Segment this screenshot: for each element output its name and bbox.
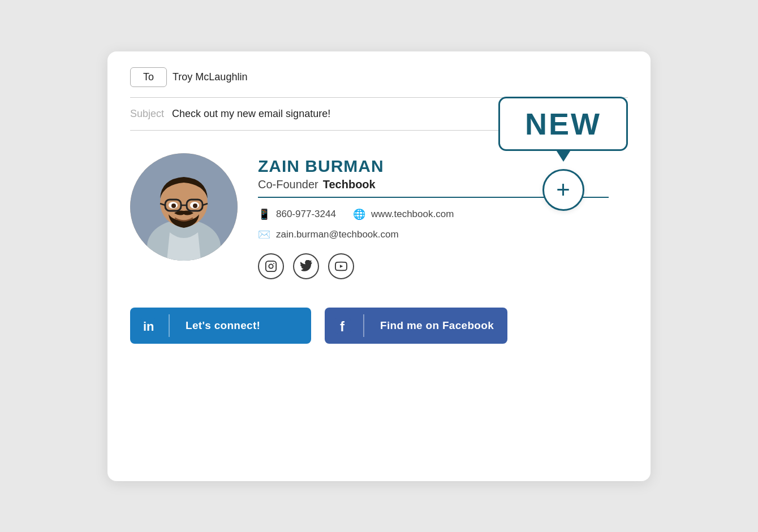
svg-marker-15 bbox=[340, 265, 343, 268]
youtube-link[interactable] bbox=[328, 253, 354, 279]
svg-point-14 bbox=[273, 263, 274, 264]
avatar-image bbox=[130, 153, 238, 261]
facebook-button[interactable]: f Find me on Facebook bbox=[325, 308, 507, 344]
subject-label: Subject bbox=[130, 108, 164, 120]
to-value: Troy McLaughlin bbox=[173, 71, 247, 83]
sig-title: Co-Founder bbox=[258, 178, 318, 191]
sig-social-row bbox=[258, 253, 628, 279]
facebook-icon: f bbox=[334, 317, 352, 335]
website-value: www.techbook.com bbox=[371, 209, 454, 220]
linkedin-icon-wrap: in bbox=[130, 308, 166, 344]
email-window: NEW + To Troy McLaughlin Subject Check o… bbox=[107, 51, 651, 481]
instagram-icon bbox=[265, 260, 277, 273]
new-badge-wrapper: NEW + bbox=[498, 97, 628, 211]
email-value: zain.burman@techbook.com bbox=[276, 229, 399, 240]
linkedin-btn-text: Let's connect! bbox=[172, 319, 274, 332]
to-label: To bbox=[130, 67, 167, 87]
sig-contact-row-2: ✉️ zain.burman@techbook.com bbox=[258, 228, 628, 241]
facebook-btn-text: Find me on Facebook bbox=[367, 319, 507, 332]
add-signature-button[interactable]: + bbox=[542, 169, 584, 211]
subject-value: Check out my new email signature! bbox=[172, 108, 330, 120]
cta-buttons-row: in Let's connect! f Find me on Facebook bbox=[107, 296, 651, 366]
sig-contacts: 📱 860-977-3244 🌐 www.techbook.com ✉️ zai… bbox=[258, 208, 628, 243]
youtube-icon bbox=[335, 260, 347, 273]
sig-email: ✉️ zain.burman@techbook.com bbox=[258, 228, 399, 241]
twitter-icon bbox=[300, 260, 312, 273]
new-badge-text: NEW bbox=[525, 107, 601, 141]
twitter-link[interactable] bbox=[293, 253, 319, 279]
sig-phone: 📱 860-977-3244 bbox=[258, 208, 336, 220]
svg-point-13 bbox=[269, 264, 273, 268]
sig-company: Techbook bbox=[323, 178, 376, 191]
to-row: To Troy McLaughlin bbox=[130, 67, 628, 87]
sig-website: 🌐 www.techbook.com bbox=[353, 208, 454, 220]
phone-value: 860-977-3244 bbox=[276, 209, 336, 220]
linkedin-button[interactable]: in Let's connect! bbox=[130, 308, 311, 344]
linkedin-btn-divider bbox=[169, 314, 170, 337]
instagram-link[interactable] bbox=[258, 253, 284, 279]
svg-point-10 bbox=[171, 204, 176, 208]
globe-icon: 🌐 bbox=[353, 208, 365, 220]
facebook-icon-wrap: f bbox=[325, 308, 361, 344]
avatar-wrapper bbox=[130, 153, 238, 261]
svg-text:in: in bbox=[143, 319, 154, 334]
email-icon: ✉️ bbox=[258, 228, 270, 241]
new-badge: NEW bbox=[498, 97, 628, 151]
svg-rect-12 bbox=[266, 261, 276, 271]
svg-text:f: f bbox=[340, 319, 345, 334]
avatar bbox=[130, 153, 238, 261]
svg-point-11 bbox=[193, 204, 197, 208]
facebook-btn-divider bbox=[363, 314, 364, 337]
plus-icon: + bbox=[556, 178, 570, 202]
linkedin-icon: in bbox=[139, 317, 157, 335]
phone-icon: 📱 bbox=[258, 208, 270, 220]
